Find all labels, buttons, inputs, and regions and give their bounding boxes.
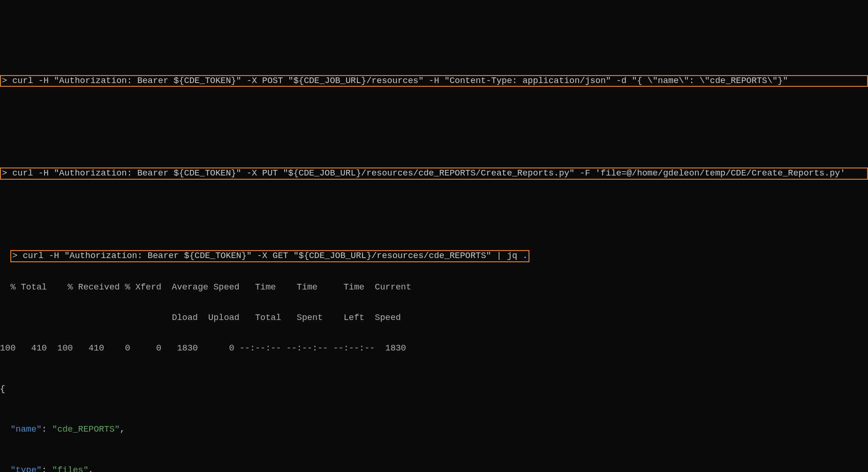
highlighted-command-3: > curl -H "Authorization: Bearer ${CDE_T… xyxy=(10,250,529,262)
highlighted-command-1: > curl -H "Authorization: Bearer ${CDE_T… xyxy=(0,75,868,87)
curl-progress-line: 100 410 100 410 0 0 1830 0 --:--:-- --:-… xyxy=(0,343,868,354)
highlighted-command-2: > curl -H "Authorization: Bearer ${CDE_T… xyxy=(0,167,868,180)
command-text-1: > curl -H "Authorization: Bearer ${CDE_T… xyxy=(2,76,788,86)
json-row-name: "name": "cde_REPORTS", xyxy=(0,425,868,435)
curl-progress-header-2: Dload Upload Total Spent Left Speed xyxy=(0,313,868,323)
json-row-type: "type": "files", xyxy=(0,465,868,472)
command-text-2: > curl -H "Authorization: Bearer ${CDE_T… xyxy=(2,168,845,178)
curl-progress-header-1: % Total % Received % Xferd Average Speed… xyxy=(0,282,868,293)
json-open-brace: { xyxy=(0,384,868,395)
terminal-window[interactable]: > curl -H "Authorization: Bearer ${CDE_T… xyxy=(0,0,868,472)
command-text-3: > curl -H "Authorization: Bearer ${CDE_T… xyxy=(12,251,528,261)
